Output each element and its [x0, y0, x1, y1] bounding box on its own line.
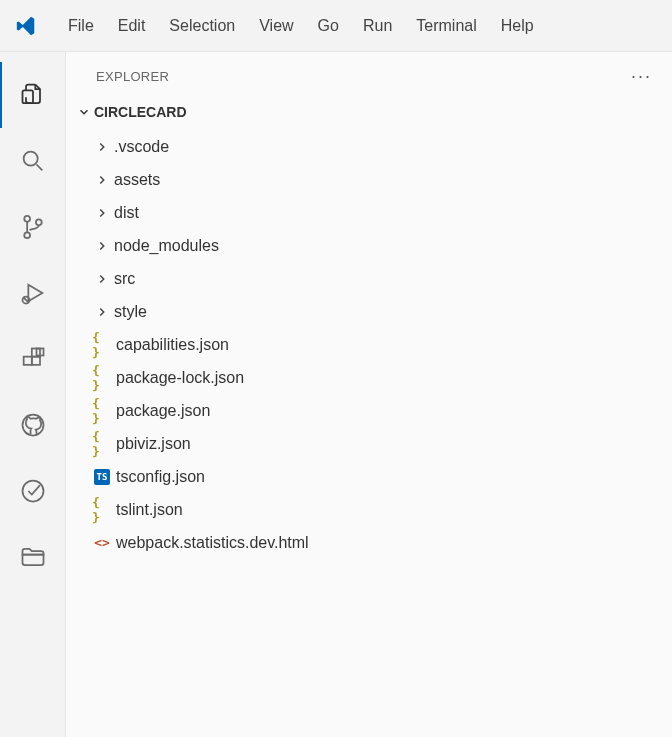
file-label: tslint.json [116, 501, 183, 519]
sidebar-title: EXPLORER [96, 69, 169, 84]
activity-search[interactable] [0, 128, 66, 194]
menu-terminal[interactable]: Terminal [404, 13, 488, 39]
folder-row[interactable]: style [66, 295, 672, 328]
debug-icon [19, 279, 47, 307]
menu-go[interactable]: Go [306, 13, 351, 39]
file-label: webpack.statistics.dev.html [116, 534, 309, 552]
chevron-right-icon [92, 236, 112, 256]
titlebar: FileEditSelectionViewGoRunTerminalHelp [0, 0, 672, 52]
file-label: tsconfig.json [116, 468, 205, 486]
svg-point-3 [24, 216, 30, 222]
ellipsis-icon: ··· [631, 66, 652, 86]
github-icon [19, 411, 47, 439]
file-label: package-lock.json [116, 369, 244, 387]
json-icon: { } [92, 368, 112, 388]
activity-tasks[interactable] [0, 458, 66, 524]
json-icon: { } [92, 434, 112, 454]
folder-label: style [114, 303, 147, 321]
html-icon: <> [92, 533, 112, 553]
menu-help[interactable]: Help [489, 13, 546, 39]
menu-view[interactable]: View [247, 13, 305, 39]
chevron-right-icon [92, 302, 112, 322]
chevron-down-icon [74, 102, 94, 122]
file-row[interactable]: { }pbiviz.json [66, 427, 672, 460]
vscode-logo-icon [14, 14, 38, 38]
folder-label: src [114, 270, 135, 288]
menu-edit[interactable]: Edit [106, 13, 158, 39]
more-actions-button[interactable]: ··· [631, 66, 652, 87]
file-row[interactable]: { }package.json [66, 394, 672, 427]
svg-rect-9 [31, 357, 39, 365]
menu-selection[interactable]: Selection [157, 13, 247, 39]
folder-label: .vscode [114, 138, 169, 156]
file-label: capabilities.json [116, 336, 229, 354]
json-icon: { } [92, 335, 112, 355]
section-title: CIRCLECARD [94, 104, 187, 120]
extensions-icon [19, 345, 47, 373]
file-row[interactable]: { }capabilities.json [66, 328, 672, 361]
branch-icon [19, 213, 47, 241]
activity-bar [0, 52, 66, 737]
activity-explorer[interactable] [0, 62, 66, 128]
file-label: pbiviz.json [116, 435, 191, 453]
check-circle-icon [19, 477, 47, 505]
file-row[interactable]: TStsconfig.json [66, 460, 672, 493]
svg-rect-8 [23, 357, 31, 365]
folder-section-header[interactable]: CIRCLECARD [66, 100, 672, 124]
ts-icon: TS [92, 467, 112, 487]
folder-row[interactable]: .vscode [66, 130, 672, 163]
activity-source-control[interactable] [0, 194, 66, 260]
svg-line-2 [36, 165, 42, 171]
folder-label: assets [114, 171, 160, 189]
chevron-right-icon [92, 170, 112, 190]
folder-label: dist [114, 204, 139, 222]
activity-github[interactable] [0, 392, 66, 458]
search-icon [19, 147, 47, 175]
file-label: package.json [116, 402, 210, 420]
activity-extensions[interactable] [0, 326, 66, 392]
json-icon: { } [92, 500, 112, 520]
svg-point-14 [22, 481, 43, 502]
folder-row[interactable]: src [66, 262, 672, 295]
folder-row[interactable]: assets [66, 163, 672, 196]
json-icon: { } [92, 401, 112, 421]
chevron-right-icon [92, 269, 112, 289]
chevron-right-icon [92, 203, 112, 223]
folder-label: node_modules [114, 237, 219, 255]
activity-run-debug[interactable] [0, 260, 66, 326]
folder-row[interactable]: dist [66, 196, 672, 229]
activity-open-folder[interactable] [0, 524, 66, 590]
folder-icon [19, 543, 47, 571]
svg-point-1 [23, 152, 37, 166]
svg-rect-0 [22, 90, 33, 103]
menu-file[interactable]: File [56, 13, 106, 39]
svg-point-5 [35, 219, 41, 225]
menu-run[interactable]: Run [351, 13, 404, 39]
file-row[interactable]: <>webpack.statistics.dev.html [66, 526, 672, 559]
file-row[interactable]: { }tslint.json [66, 493, 672, 526]
explorer-sidebar: EXPLORER ··· CIRCLECARD .vscodeassetsdis… [66, 52, 672, 737]
svg-point-4 [24, 232, 30, 238]
chevron-right-icon [92, 137, 112, 157]
files-icon [19, 81, 47, 109]
folder-row[interactable]: node_modules [66, 229, 672, 262]
file-row[interactable]: { }package-lock.json [66, 361, 672, 394]
